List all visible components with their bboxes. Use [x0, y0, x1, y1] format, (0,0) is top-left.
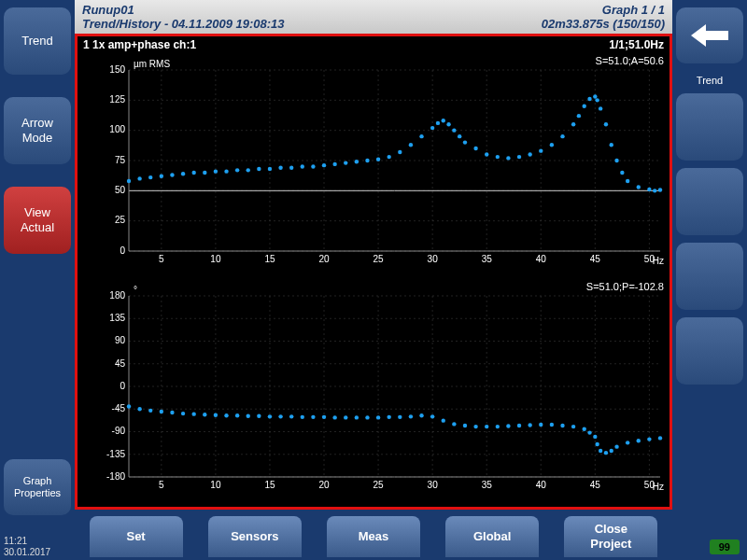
chart1-ylabel: ° [134, 285, 137, 295]
timestamp: Trend/History - 04.11.2009 19:08:13 [82, 17, 285, 31]
left-btn-trend[interactable]: Trend [4, 7, 71, 75]
bottom-btn-set[interactable]: Set [90, 516, 183, 557]
amplitude-chart: µm RMS S=51.0;A=50.6 Hz [78, 53, 669, 279]
chart0-ylabel: µm RMS [134, 59, 170, 69]
elapsed: 02m33.875s (150/150) [542, 17, 665, 31]
left-btn-arrow-mode[interactable]: Arrow Mode [4, 97, 71, 164]
graph-position: Graph 1 / 1 [602, 3, 665, 17]
right-slot-3[interactable] [676, 243, 743, 310]
plot-area: 1 1x amp+phase ch:1 1/1;51.0Hz µm RMS S=… [75, 34, 672, 510]
status-badge: 99 [710, 539, 740, 554]
right-slot-4[interactable] [676, 317, 743, 385]
chart1-annotation: S=51.0;P=-102.8 [586, 281, 664, 292]
status-time: 11:21 [4, 536, 50, 547]
right-slot-1[interactable] [676, 93, 743, 161]
chart0-xlabel: Hz [653, 256, 664, 266]
bottom-btn-global[interactable]: Global [445, 516, 539, 557]
chart1-xlabel: Hz [653, 482, 664, 492]
bottom-btn-meas[interactable]: Meas [327, 516, 420, 557]
back-button[interactable] [676, 7, 743, 63]
left-btn-view-actual[interactable]: View Actual [4, 187, 71, 254]
bottom-bar: SetSensorsMeasGlobalClose Project [75, 513, 672, 560]
header: Runup01 Graph 1 / 1 Trend/History - 04.1… [75, 0, 672, 34]
right-sidebar-label: Trend [676, 75, 743, 86]
phase-chart: ° S=51.0;P=-102.8 Hz [78, 279, 669, 505]
bottom-btn-close-project[interactable]: Close Project [564, 516, 657, 557]
status-date: 30.01.2017 [4, 547, 50, 558]
project-title: Runup01 [82, 3, 134, 17]
status-bar: 11:21 30.01.2017 [4, 536, 50, 558]
arrow-left-icon [691, 22, 728, 49]
left-btn-graph-properties[interactable]: Graph Properties [4, 459, 71, 515]
chart0-annotation: S=51.0;A=50.6 [596, 55, 664, 66]
right-slot-2[interactable] [676, 168, 743, 235]
bottom-btn-sensors[interactable]: Sensors [208, 516, 302, 557]
chart-title-left: 1 1x amp+phase ch:1 [83, 38, 196, 51]
chart-title-right: 1/1;51.0Hz [609, 38, 664, 51]
